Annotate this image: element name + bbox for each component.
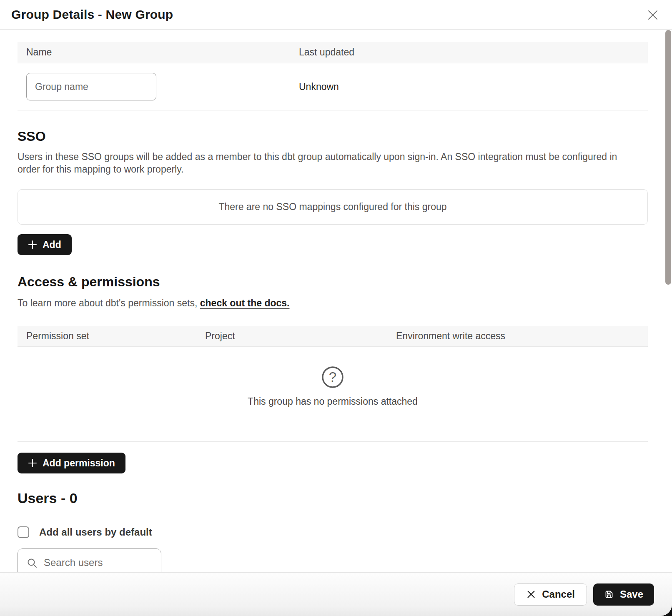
- add-all-users-label: Add all users by default: [39, 526, 152, 538]
- question-circle-icon: ?: [321, 366, 344, 388]
- docs-link[interactable]: check out the docs.: [200, 298, 290, 308]
- add-sso-mapping-label: Add: [43, 239, 61, 250]
- users-heading: Users - 0: [18, 490, 648, 506]
- plus-icon: [28, 458, 37, 468]
- plus-icon: [28, 240, 37, 249]
- sso-empty-state: There are no SSO mappings configured for…: [18, 189, 648, 225]
- column-header-name: Name: [26, 47, 299, 58]
- group-name-table-header: Name Last updated: [18, 42, 648, 63]
- group-name-table: Name Last updated Unknown: [18, 42, 648, 110]
- permissions-description-text: To learn more about dbt's permission set…: [18, 298, 200, 308]
- add-permission-button[interactable]: Add permission: [18, 453, 125, 473]
- save-button[interactable]: Save: [593, 583, 654, 606]
- dialog-footer: Cancel Save: [0, 572, 672, 616]
- sso-description: Users in these SSO groups will be added …: [18, 150, 629, 175]
- close-button[interactable]: [645, 8, 660, 23]
- column-header-project: Project: [205, 331, 396, 342]
- dialog-content: Name Last updated Unknown SSO Users in t…: [0, 42, 672, 577]
- cancel-label: Cancel: [542, 588, 575, 600]
- permissions-table: Permission set Project Environment write…: [18, 326, 648, 442]
- permissions-empty-state: ? This group has no permissions attached: [18, 347, 648, 442]
- save-icon: [604, 589, 614, 599]
- permissions-heading: Access & permissions: [18, 274, 648, 290]
- column-header-environment-write-access: Environment write access: [396, 331, 639, 342]
- page-title: Group Details - New Group: [11, 8, 173, 22]
- cancel-x-icon: [526, 589, 536, 599]
- add-permission-label: Add permission: [43, 458, 115, 469]
- add-all-users-row: Add all users by default: [18, 526, 648, 538]
- permissions-empty-message: This group has no permissions attached: [18, 396, 648, 407]
- permissions-description: To learn more about dbt's permission set…: [18, 297, 629, 309]
- cancel-button[interactable]: Cancel: [514, 583, 587, 606]
- save-label: Save: [620, 588, 643, 600]
- sso-heading: SSO: [18, 129, 648, 144]
- column-header-permission-set: Permission set: [26, 331, 205, 342]
- column-header-last-updated: Last updated: [299, 47, 639, 58]
- group-name-input[interactable]: [26, 73, 156, 100]
- group-details-dialog: Group Details - New Group Name Last upda…: [0, 0, 672, 616]
- permissions-table-header: Permission set Project Environment write…: [18, 326, 648, 347]
- vertical-scrollbar-thumb[interactable]: [665, 30, 671, 285]
- sso-empty-message: There are no SSO mappings configured for…: [218, 201, 446, 213]
- table-row: Unknown: [18, 63, 648, 110]
- add-sso-mapping-button[interactable]: Add: [18, 234, 72, 255]
- close-icon: [647, 9, 659, 21]
- last-updated-value: Unknown: [299, 81, 639, 93]
- add-all-users-checkbox[interactable]: [18, 526, 29, 538]
- svg-text:?: ?: [329, 369, 336, 385]
- dialog-header: Group Details - New Group: [0, 0, 672, 30]
